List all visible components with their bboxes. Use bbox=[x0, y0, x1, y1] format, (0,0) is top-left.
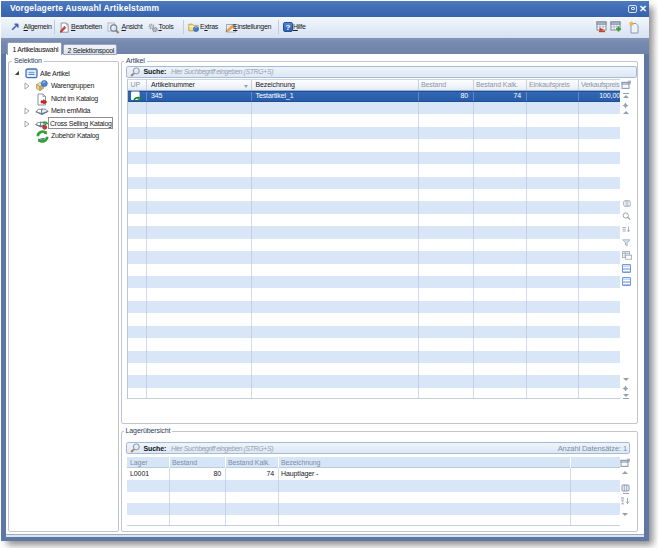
svg-text:A: A bbox=[621, 501, 624, 505]
